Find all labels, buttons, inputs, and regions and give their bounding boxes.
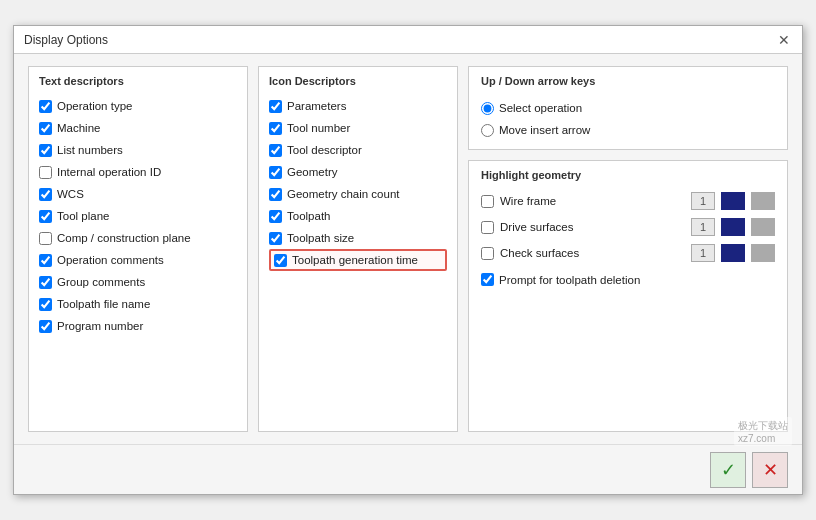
arrow-keys-header: Up / Down arrow keys — [481, 75, 775, 89]
text-descriptor-item: Machine — [39, 117, 237, 139]
icon-descriptor-label-6: Toolpath size — [287, 232, 354, 244]
icon-descriptor-item: Tool number — [269, 117, 447, 139]
icon-descriptor-checkbox-4[interactable] — [269, 188, 282, 201]
icon-descriptor-label-2: Tool descriptor — [287, 144, 362, 156]
arrow-key-radio-0[interactable] — [481, 102, 494, 115]
icon-descriptor-checkbox-3[interactable] — [269, 166, 282, 179]
text-descriptors-header: Text descriptors — [39, 75, 237, 89]
icon-descriptor-label-0: Parameters — [287, 100, 346, 112]
icon-descriptor-label-4: Geometry chain count — [287, 188, 400, 200]
geometry-color-2[interactable] — [721, 244, 745, 262]
geometry-checkbox-1[interactable] — [481, 221, 494, 234]
ok-icon: ✓ — [721, 459, 736, 481]
icon-descriptor-checkbox-0[interactable] — [269, 100, 282, 113]
arrow-key-radio-1[interactable] — [481, 124, 494, 137]
text-descriptor-checkbox-1[interactable] — [39, 122, 52, 135]
watermark: 极光下载站xz7.com — [734, 417, 792, 446]
titlebar: Display Options ✕ — [14, 26, 802, 54]
geometry-num-0[interactable]: 1 — [691, 192, 715, 210]
arrow-key-option-0: Select operation — [481, 97, 775, 119]
prompt-label: Prompt for toolpath deletion — [499, 274, 640, 286]
highlight-geometry-section: Highlight geometry Wire frame1Drive surf… — [468, 160, 788, 432]
text-descriptor-item: List numbers — [39, 139, 237, 161]
geometry-color-1[interactable] — [721, 218, 745, 236]
icon-descriptor-label-7: Toolpath generation time — [292, 254, 418, 266]
icon-descriptor-label-1: Tool number — [287, 122, 350, 134]
text-descriptor-checkbox-2[interactable] — [39, 144, 52, 157]
geometry-num-2[interactable]: 1 — [691, 244, 715, 262]
geometry-rows-list: Wire frame1Drive surfaces1Check surfaces… — [481, 189, 775, 265]
text-descriptor-item: Operation type — [39, 95, 237, 117]
arrow-key-label-0: Select operation — [499, 102, 582, 114]
icon-descriptor-checkbox-5[interactable] — [269, 210, 282, 223]
arrow-keys-options: Select operationMove insert arrow — [481, 97, 775, 141]
prompt-checkbox[interactable] — [481, 273, 494, 286]
icon-descriptors-panel: Icon Descriptors ParametersTool numberTo… — [258, 66, 458, 432]
text-descriptor-checkbox-9[interactable] — [39, 298, 52, 311]
text-descriptor-item: Comp / construction plane — [39, 227, 237, 249]
text-descriptor-checkbox-4[interactable] — [39, 188, 52, 201]
cancel-icon: ✕ — [763, 459, 778, 481]
text-descriptor-label-4: WCS — [57, 188, 84, 200]
icon-descriptors-header: Icon Descriptors — [269, 75, 447, 89]
text-descriptor-item: Toolpath file name — [39, 293, 237, 315]
prompt-row: Prompt for toolpath deletion — [481, 273, 775, 286]
text-descriptors-list: Operation typeMachineList numbersInterna… — [39, 95, 237, 337]
text-descriptor-checkbox-0[interactable] — [39, 100, 52, 113]
text-descriptor-label-1: Machine — [57, 122, 100, 134]
text-descriptor-label-0: Operation type — [57, 100, 132, 112]
geometry-num-1[interactable]: 1 — [691, 218, 715, 236]
text-descriptor-checkbox-8[interactable] — [39, 276, 52, 289]
icon-descriptor-item: Toolpath size — [269, 227, 447, 249]
close-button[interactable]: ✕ — [776, 33, 792, 47]
text-descriptor-label-6: Comp / construction plane — [57, 232, 191, 244]
text-descriptor-label-3: Internal operation ID — [57, 166, 161, 178]
text-descriptor-label-10: Program number — [57, 320, 143, 332]
icon-descriptor-checkbox-2[interactable] — [269, 144, 282, 157]
arrow-key-option-1: Move insert arrow — [481, 119, 775, 141]
icon-descriptor-label-3: Geometry — [287, 166, 338, 178]
geometry-gray-2[interactable] — [751, 244, 775, 262]
arrow-keys-section: Up / Down arrow keys Select operationMov… — [468, 66, 788, 150]
icon-descriptor-item: Tool descriptor — [269, 139, 447, 161]
text-descriptor-checkbox-10[interactable] — [39, 320, 52, 333]
dialog-footer: 极光下载站xz7.com ✓ ✕ — [14, 444, 802, 494]
cancel-button[interactable]: ✕ — [752, 452, 788, 488]
text-descriptor-checkbox-6[interactable] — [39, 232, 52, 245]
dialog-body: Text descriptors Operation typeMachineLi… — [14, 54, 802, 444]
text-descriptor-item: Group comments — [39, 271, 237, 293]
icon-descriptor-checkbox-6[interactable] — [269, 232, 282, 245]
right-panel: Up / Down arrow keys Select operationMov… — [468, 66, 788, 432]
icon-descriptor-checkbox-7[interactable] — [274, 254, 287, 267]
icon-descriptor-item: Geometry chain count — [269, 183, 447, 205]
geometry-row-0: Wire frame1 — [481, 189, 775, 213]
text-descriptor-checkbox-5[interactable] — [39, 210, 52, 223]
ok-button[interactable]: ✓ — [710, 452, 746, 488]
text-descriptor-item: Program number — [39, 315, 237, 337]
icon-descriptor-label-5: Toolpath — [287, 210, 330, 222]
geometry-gray-1[interactable] — [751, 218, 775, 236]
geometry-label-1: Drive surfaces — [500, 221, 685, 233]
text-descriptor-label-5: Tool plane — [57, 210, 109, 222]
icon-descriptor-item: Geometry — [269, 161, 447, 183]
text-descriptor-item: WCS — [39, 183, 237, 205]
text-descriptor-label-7: Operation comments — [57, 254, 164, 266]
icon-descriptor-item: Toolpath generation time — [269, 249, 447, 271]
display-options-dialog: Display Options ✕ Text descriptors Opera… — [13, 25, 803, 495]
geometry-gray-0[interactable] — [751, 192, 775, 210]
dialog-title: Display Options — [24, 33, 108, 47]
text-descriptor-item: Tool plane — [39, 205, 237, 227]
geometry-checkbox-2[interactable] — [481, 247, 494, 260]
arrow-key-label-1: Move insert arrow — [499, 124, 590, 136]
geometry-checkbox-0[interactable] — [481, 195, 494, 208]
text-descriptor-label-8: Group comments — [57, 276, 145, 288]
text-descriptor-checkbox-7[interactable] — [39, 254, 52, 267]
text-descriptor-item: Operation comments — [39, 249, 237, 271]
text-descriptor-item: Internal operation ID — [39, 161, 237, 183]
highlight-geometry-header: Highlight geometry — [481, 169, 775, 183]
text-descriptor-checkbox-3[interactable] — [39, 166, 52, 179]
geometry-label-2: Check surfaces — [500, 247, 685, 259]
geometry-label-0: Wire frame — [500, 195, 685, 207]
geometry-color-0[interactable] — [721, 192, 745, 210]
icon-descriptor-checkbox-1[interactable] — [269, 122, 282, 135]
